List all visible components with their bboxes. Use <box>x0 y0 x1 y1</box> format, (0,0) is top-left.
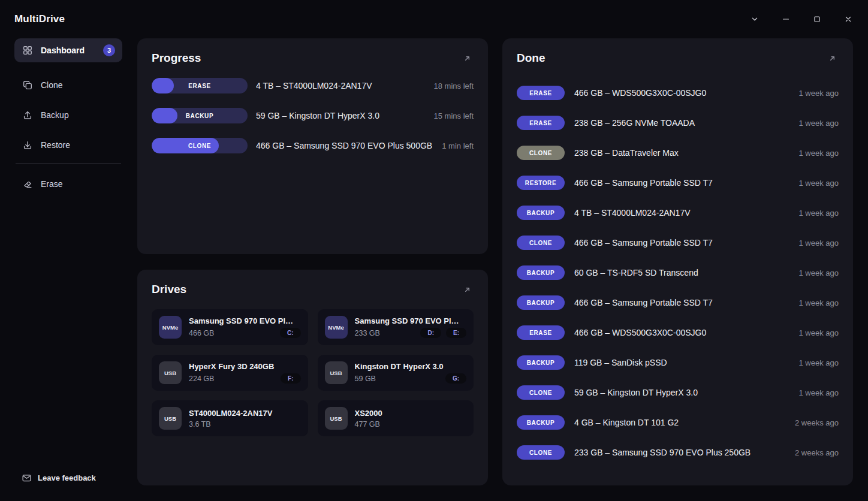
done-list: ERASE466 GB – WDS500G3X0C-00SJG01 week a… <box>517 78 839 467</box>
drive-letter-badge: G: <box>445 373 466 384</box>
drive-letter-badge: D: <box>420 328 441 338</box>
operation-badge: CLONE <box>152 143 248 149</box>
drive-label: 60 GB – TS-RDF5 SD Transcend <box>574 268 789 277</box>
done-row[interactable]: RESTORE466 GB – Samsung Portable SSD T71… <box>517 168 839 198</box>
drive-size: 477 GB <box>355 420 380 428</box>
drive-card[interactable]: USBST4000LM024-2AN17V3.6 TB <box>152 400 308 436</box>
sidebar-item-dashboard[interactable]: Dashboard3 <box>14 38 122 62</box>
drive-info: HyperX Fury 3D 240GB224 GBF: <box>189 362 301 384</box>
progress-panel-header: Progress <box>152 52 474 65</box>
drive-card[interactable]: USBHyperX Fury 3D 240GB224 GBF: <box>152 355 308 391</box>
done-row[interactable]: BACKUP4 TB – ST4000LM024-2AN17V1 week ag… <box>517 198 839 228</box>
operation-badge: RESTORE <box>517 176 565 190</box>
drive-card[interactable]: NVMeSamsung SSD 970 EVO Pl…233 GBD:E: <box>318 309 474 345</box>
drive-label: 119 GB – SanDisk pSSD <box>574 358 789 367</box>
drive-card[interactable]: USBKingston DT HyperX 3.059 GBG: <box>318 355 474 391</box>
drive-meta: 224 GBF: <box>189 373 301 384</box>
done-panel: Done ERASE466 GB – WDS500G3X0C-00SJG01 w… <box>502 38 853 485</box>
drive-label: 233 GB – Samsung SSD 970 EVO Plus 250GB <box>574 448 785 457</box>
progress-row[interactable]: ERASE4 TB – ST4000LM024-2AN17V18 mins le… <box>152 78 474 93</box>
progress-bar: CLONE <box>152 138 248 153</box>
operation-badge: BACKUP <box>517 206 565 220</box>
drive-meta: 477 GB <box>355 420 467 428</box>
operation-badge: CLONE <box>517 146 565 160</box>
time-left-label: 1 min left <box>442 141 474 150</box>
window-menu-button[interactable] <box>748 13 761 26</box>
drive-info: Kingston DT HyperX 3.059 GBG: <box>355 362 467 384</box>
done-row[interactable]: CLONE238 GB – DataTraveler Max1 week ago <box>517 138 839 168</box>
minimize-button[interactable] <box>779 13 792 26</box>
operation-badge: BACKUP <box>152 113 248 119</box>
done-row[interactable]: BACKUP119 GB – SanDisk pSSD1 week ago <box>517 348 839 378</box>
done-row[interactable]: BACKUP4 GB – Kingston DT 101 G22 weeks a… <box>517 408 839 437</box>
window-controls <box>748 13 855 26</box>
drive-letters: C: <box>280 328 301 338</box>
maximize-button[interactable] <box>810 13 824 26</box>
drive-size: 466 GB <box>189 329 214 337</box>
expand-icon <box>463 54 472 63</box>
drive-card[interactable]: NVMeSamsung SSD 970 EVO Pl…466 GBC: <box>152 309 308 345</box>
drive-letters: D:E: <box>420 328 466 338</box>
done-panel-header: Done <box>517 52 839 65</box>
progress-row[interactable]: CLONE466 GB – Samsung SSD 970 EVO Plus 5… <box>152 138 474 153</box>
done-row[interactable]: CLONE59 GB – Kingston DT HyperX 3.01 wee… <box>517 378 839 408</box>
drive-card[interactable]: USBXS2000477 GB <box>318 400 474 436</box>
drive-letters: F: <box>281 373 300 384</box>
expand-icon <box>463 285 472 294</box>
sidebar-item-label: Dashboard <box>41 46 96 55</box>
drive-label: 238 GB – DataTraveler Max <box>574 148 789 158</box>
completed-time-label: 2 weeks ago <box>795 418 839 427</box>
done-row[interactable]: CLONE466 GB – Samsung Portable SSD T71 w… <box>517 228 839 258</box>
drives-expand-button[interactable] <box>460 283 474 296</box>
done-row[interactable]: ERASE466 GB – WDS500G3X0C-00SJG01 week a… <box>517 318 839 348</box>
completed-time-label: 1 week ago <box>799 358 839 367</box>
operation-badge: CLONE <box>517 445 565 460</box>
drive-type-badge: NVMe <box>325 316 348 339</box>
sidebar-item-erase[interactable]: Erase <box>14 172 122 196</box>
drive-letters: G: <box>445 373 466 384</box>
drive-name: Kingston DT HyperX 3.0 <box>355 362 467 371</box>
operation-badge: ERASE <box>517 86 565 100</box>
copy-icon <box>22 80 33 90</box>
dashboard-icon <box>22 44 34 56</box>
erase-icon <box>22 178 34 190</box>
completed-time-label: 1 week ago <box>799 179 839 188</box>
progress-bar: BACKUP <box>152 108 248 123</box>
drive-label: 466 GB – Samsung Portable SSD T7 <box>574 298 789 307</box>
done-row[interactable]: CLONE233 GB – Samsung SSD 970 EVO Plus 2… <box>517 437 839 467</box>
backup-icon <box>22 109 34 121</box>
done-row[interactable]: ERASE466 GB – WDS500G3X0C-00SJG01 week a… <box>517 78 839 108</box>
drive-label: 238 GB – 256G NVMe TOAADA <box>574 118 789 128</box>
sidebar-item-backup[interactable]: Backup <box>14 103 122 127</box>
drive-meta: 3.6 TB <box>189 420 301 428</box>
leave-feedback-button[interactable]: Leave feedback <box>22 473 96 483</box>
progress-list: ERASE4 TB – ST4000LM024-2AN17V18 mins le… <box>152 78 474 153</box>
completed-time-label: 1 week ago <box>799 388 839 397</box>
drive-name: XS2000 <box>355 409 467 418</box>
sidebar: Dashboard3CloneBackupRestoreErase Leave … <box>14 38 122 501</box>
drive-label: 4 GB – Kingston DT 101 G2 <box>574 418 785 427</box>
titlebar: MultiDrive <box>0 0 868 38</box>
drive-label: 4 TB – ST4000LM024-2AN17V <box>574 208 789 218</box>
progress-row[interactable]: BACKUP59 GB – Kingston DT HyperX 3.015 m… <box>152 108 474 123</box>
close-button[interactable] <box>842 13 855 26</box>
progress-expand-button[interactable] <box>460 52 474 65</box>
drive-info: Samsung SSD 970 EVO Pl…233 GBD:E: <box>355 316 467 338</box>
done-row[interactable]: BACKUP466 GB – Samsung Portable SSD T71 … <box>517 288 839 318</box>
drive-meta: 59 GBG: <box>355 373 467 384</box>
sidebar-item-label: Erase <box>41 179 115 189</box>
sidebar-item-count-badge: 3 <box>103 44 115 56</box>
done-row[interactable]: ERASE238 GB – 256G NVMe TOAADA1 week ago <box>517 108 839 138</box>
drive-name: Samsung SSD 970 EVO Pl… <box>189 316 301 325</box>
done-expand-button[interactable] <box>825 52 839 65</box>
done-row[interactable]: BACKUP60 GB – TS-RDF5 SD Transcend1 week… <box>517 258 839 288</box>
progress-panel: Progress ERASE4 TB – ST4000LM024-2AN17V1… <box>137 38 488 254</box>
time-left-label: 15 mins left <box>434 111 474 120</box>
minimize-icon <box>781 14 791 24</box>
drive-info: Samsung SSD 970 EVO Pl…466 GBC: <box>189 316 301 338</box>
drive-size: 3.6 TB <box>189 420 211 428</box>
clone-icon <box>22 79 34 91</box>
sidebar-item-clone[interactable]: Clone <box>14 73 122 97</box>
sidebar-item-restore[interactable]: Restore <box>14 133 122 157</box>
leave-feedback-label: Leave feedback <box>38 473 96 482</box>
